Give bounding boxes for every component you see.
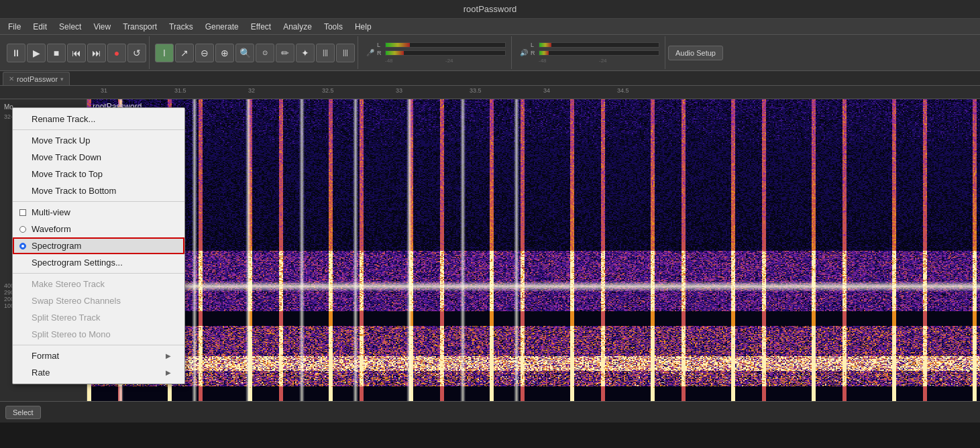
record-button[interactable]: ● xyxy=(107,44,126,62)
menu-effect[interactable]: Effect xyxy=(246,21,276,33)
play-button[interactable]: ▶ xyxy=(27,44,46,62)
silence-button[interactable]: ||| xyxy=(336,44,355,62)
menu-help[interactable]: Help xyxy=(349,21,377,33)
status-bar: Select xyxy=(0,401,980,423)
ctx-move-track-top-label: Move Track to Top xyxy=(32,169,103,179)
playback-vu-meter: 🔊 L R -48 -24 xyxy=(514,36,665,69)
ctx-separator-3 xyxy=(13,273,184,274)
ctx-rate-label: Rate xyxy=(32,368,50,378)
spectrogram-radio xyxy=(19,243,26,249)
multi-tool-button[interactable]: ✦ xyxy=(296,44,315,62)
ctx-rename-track[interactable]: Rename Track... xyxy=(13,111,184,127)
ctx-multi-view[interactable]: Multi-view xyxy=(13,204,184,221)
ctx-move-track-top[interactable]: Move Track to Top xyxy=(13,166,184,182)
ctx-spectrogram-settings[interactable]: Spectrogram Settings... xyxy=(13,254,184,271)
menu-analyze[interactable]: Analyze xyxy=(278,21,317,33)
ctx-swap-stereo-label: Swap Stereo Channels xyxy=(32,296,121,306)
rate-submenu-arrow: ▶ xyxy=(166,369,171,376)
ruler-tick-33: 33 xyxy=(396,87,402,94)
menu-select[interactable]: Select xyxy=(54,21,87,33)
ctx-move-track-bottom-label: Move Track to Bottom xyxy=(32,186,116,196)
menu-tracks[interactable]: Tracks xyxy=(164,21,199,33)
ctx-waveform-label: Waveform xyxy=(32,224,71,234)
ctx-rate[interactable]: Rate ▶ xyxy=(13,364,184,381)
menu-transport[interactable]: Transport xyxy=(117,21,162,33)
record-vu-meter: 🎤 L R -48 -24 xyxy=(361,36,512,69)
menu-edit[interactable]: Edit xyxy=(28,21,52,33)
forward-button[interactable]: ⏭ xyxy=(87,44,106,62)
tab-label: rootPasswor xyxy=(17,75,58,83)
tab-dropdown-arrow[interactable]: ▾ xyxy=(60,76,64,82)
select-tool-button[interactable]: I xyxy=(155,44,174,62)
toolbar: ⏸ ▶ ■ ⏮ ⏭ ● ↺ I ↗ ⊖ ⊕ 🔍 ⊙ ✏ ✦ ||| ||| 🎤 … xyxy=(0,35,980,71)
envelope-tool-button[interactable]: ↗ xyxy=(175,44,194,62)
ctx-multi-view-label: Multi-view xyxy=(32,207,70,217)
rewind-button[interactable]: ⏮ xyxy=(67,44,86,62)
tool-controls: I ↗ ⊖ ⊕ 🔍 ⊙ ✏ ✦ ||| ||| xyxy=(152,36,358,69)
ctx-split-mono-label: Split Stereo to Mono xyxy=(32,329,111,339)
zoom-fit-button[interactable]: ⊙ xyxy=(256,44,274,62)
ruler-tick-32: 32 xyxy=(248,87,255,94)
ctx-make-stereo: Make Stereo Track xyxy=(13,276,184,292)
app-title: rootPassword xyxy=(464,4,516,14)
spectrogram-canvas[interactable] xyxy=(87,99,980,401)
ctx-waveform[interactable]: Waveform xyxy=(13,221,184,237)
audio-setup-button[interactable]: Audio Setup xyxy=(668,46,723,60)
waveform-radio xyxy=(19,226,26,233)
ctx-split-stereo: Split Stereo Track xyxy=(13,309,184,326)
multi-view-checkbox xyxy=(19,209,26,216)
ctx-spectrogram-label: Spectrogram xyxy=(32,241,81,251)
ctx-spectrogram-settings-label: Spectrogram Settings... xyxy=(32,258,123,268)
ctx-split-mono: Split Stereo to Mono xyxy=(13,326,184,343)
ctx-swap-stereo: Swap Stereo Channels xyxy=(13,292,184,309)
context-menu: Rename Track... Move Track Up Move Track… xyxy=(12,107,185,384)
title-bar: rootPassword xyxy=(0,0,980,19)
ctx-separator-4 xyxy=(13,345,184,345)
menu-bar: File Edit Select View Transport Tracks G… xyxy=(0,19,980,35)
ctx-move-track-up[interactable]: Move Track Up xyxy=(13,132,184,149)
ruler-tick-325: 32.5 xyxy=(322,87,334,94)
ctx-rename-track-label: Rename Track... xyxy=(32,114,95,124)
fit-button[interactable]: 🔍 xyxy=(235,44,254,62)
ctx-move-track-bottom[interactable]: Move Track to Bottom xyxy=(13,182,184,199)
loop-button[interactable]: ↺ xyxy=(127,44,146,62)
menu-tools[interactable]: Tools xyxy=(319,21,348,33)
ctx-separator-2 xyxy=(13,201,184,202)
tab-bar: ✕ rootPasswor ▾ xyxy=(0,71,980,86)
ctx-format-label: Format xyxy=(32,351,59,361)
ctx-move-track-down[interactable]: Move Track Down xyxy=(13,149,184,166)
ruler-tick-31: 31 xyxy=(101,87,107,94)
menu-file[interactable]: File xyxy=(3,21,26,33)
timeline-ruler: 31 31.5 32 32.5 33 33.5 34 34.5 xyxy=(0,86,980,99)
tab-root-password[interactable]: ✕ rootPasswor ▾ xyxy=(3,72,70,85)
ruler-tick-34: 34 xyxy=(543,87,550,94)
ctx-move-track-up-label: Move Track Up xyxy=(32,135,90,146)
spectrogram-area: rootPassword xyxy=(87,99,980,401)
ctx-spectrogram[interactable]: Spectrogram xyxy=(13,237,184,254)
ruler-tick-335: 33.5 xyxy=(470,87,482,94)
ruler-tick-345: 34.5 xyxy=(617,87,629,94)
zoom-in-button[interactable]: ⊕ xyxy=(215,44,234,62)
draw-tool-button[interactable]: ✏ xyxy=(276,44,294,62)
ruler-tick-315: 31.5 xyxy=(174,87,186,94)
stop-button[interactable]: ■ xyxy=(47,44,66,62)
transport-controls: ⏸ ▶ ■ ⏮ ⏭ ● ↺ xyxy=(4,36,150,69)
menu-view[interactable]: View xyxy=(88,21,116,33)
trim-button[interactable]: ||| xyxy=(316,44,335,62)
format-submenu-arrow: ▶ xyxy=(166,352,171,359)
ctx-split-stereo-label: Split Stereo Track xyxy=(32,313,101,323)
tab-close[interactable]: ✕ xyxy=(9,75,14,82)
ctx-make-stereo-label: Make Stereo Track xyxy=(32,279,105,289)
ctx-format[interactable]: Format ▶ xyxy=(13,347,184,364)
pause-button[interactable]: ⏸ xyxy=(7,44,25,62)
ctx-move-track-down-label: Move Track Down xyxy=(32,152,101,162)
zoom-out-button[interactable]: ⊖ xyxy=(195,44,214,62)
select-button[interactable]: Select xyxy=(5,406,41,419)
menu-generate[interactable]: Generate xyxy=(200,21,244,33)
ctx-separator-1 xyxy=(13,129,184,130)
